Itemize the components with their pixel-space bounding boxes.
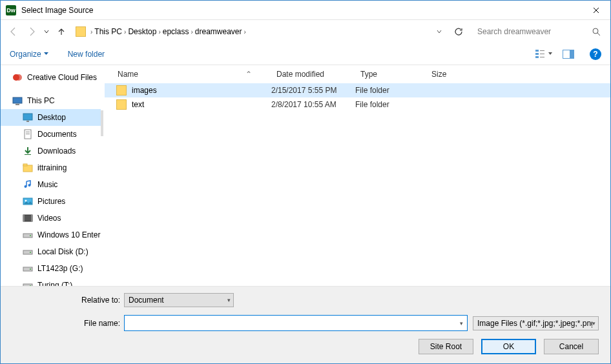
- relative-to-label: Relative to:: [12, 296, 124, 305]
- tree-item-label: LT1423p (G:): [37, 264, 83, 273]
- tree-item-label: Windows 10 Enterprise: [37, 230, 101, 239]
- tree-item-label: Documents: [37, 130, 77, 139]
- folder-icon: [116, 85, 127, 96]
- chevron-down-icon: [44, 29, 49, 34]
- video-icon: [23, 213, 33, 223]
- address-bar[interactable]: › This PC › Desktop › epclass › dreamwea…: [73, 24, 447, 39]
- tree-item[interactable]: Creative Cloud Files: [1, 69, 101, 86]
- tree-item-label: ittraining: [37, 163, 67, 172]
- tree-item-label: Desktop: [37, 113, 66, 122]
- search-icon: [592, 28, 601, 36]
- drive-icon: [23, 263, 33, 274]
- svg-point-31: [30, 252, 31, 253]
- arrow-left-icon: [8, 26, 19, 37]
- column-type[interactable]: Type: [355, 70, 426, 79]
- filename-input[interactable]: [129, 318, 460, 329]
- tree-item[interactable]: Music: [1, 176, 101, 193]
- column-name[interactable]: Name ⌃: [105, 70, 271, 79]
- chevron-down-icon: [44, 52, 48, 56]
- tree-item[interactable]: ittraining: [1, 159, 101, 176]
- file-list: Name ⌃ Date modified Type Size images2/1…: [105, 65, 610, 286]
- site-root-button[interactable]: Site Root: [419, 339, 473, 354]
- app-icon: Dw: [6, 5, 16, 15]
- down-icon: [23, 146, 33, 156]
- svg-point-10: [16, 74, 22, 81]
- breadcrumb-segment[interactable]: epclass: [163, 27, 189, 36]
- refresh-button[interactable]: [451, 24, 466, 39]
- chevron-down-icon[interactable]: ▾: [460, 320, 463, 327]
- tree-item-label: Music: [37, 180, 57, 189]
- tree-item-label: Videos: [37, 214, 61, 223]
- help-button[interactable]: ?: [590, 48, 601, 60]
- back-button[interactable]: [6, 24, 21, 39]
- forward-button[interactable]: [24, 24, 39, 39]
- drive-icon: [23, 230, 33, 240]
- drive-icon: [23, 280, 33, 286]
- preview-pane-button[interactable]: [563, 50, 574, 59]
- splitter[interactable]: [101, 65, 105, 286]
- relative-to-combo[interactable]: Document ▾: [124, 293, 234, 307]
- breadcrumb-segment[interactable]: Desktop: [128, 27, 156, 36]
- tree-item[interactable]: Pictures: [1, 193, 101, 210]
- tree-item[interactable]: Desktop: [1, 109, 101, 126]
- column-date[interactable]: Date modified: [271, 70, 355, 79]
- file-type: File folder: [355, 86, 426, 95]
- navbar: › This PC › Desktop › epclass › dreamwea…: [1, 20, 610, 43]
- search-placeholder: Search dreamweaver: [477, 27, 592, 36]
- organize-button[interactable]: Organize: [10, 50, 48, 59]
- svg-rect-12: [16, 104, 19, 105]
- chevron-down-icon: [437, 29, 442, 34]
- column-size[interactable]: Size: [426, 70, 465, 79]
- tree-item[interactable]: This PC: [1, 92, 101, 109]
- file-row[interactable]: images2/15/2017 5:55 PMFile folder: [105, 83, 610, 97]
- up-button[interactable]: [54, 24, 69, 39]
- pics-icon: [23, 196, 33, 207]
- breadcrumb-segment[interactable]: This PC: [94, 27, 122, 36]
- breadcrumb-segment[interactable]: dreamweaver: [195, 27, 242, 36]
- search-box[interactable]: Search dreamweaver: [473, 24, 605, 39]
- tree-item-label: Pictures: [37, 197, 65, 206]
- arrow-right-icon: [26, 26, 37, 37]
- close-button[interactable]: [581, 1, 610, 20]
- tree-item[interactable]: Documents: [1, 126, 101, 143]
- svg-rect-25: [23, 215, 32, 221]
- address-dropdown[interactable]: [434, 29, 444, 34]
- cc-icon: [12, 72, 23, 83]
- column-headers: Name ⌃ Date modified Type Size: [105, 65, 610, 83]
- tree-item[interactable]: LT1423p (G:): [1, 260, 101, 277]
- svg-rect-5: [540, 54, 544, 54]
- filename-field[interactable]: ▾: [124, 315, 468, 331]
- svg-rect-3: [535, 56, 539, 58]
- preview-pane-icon: [563, 50, 574, 59]
- svg-rect-13: [23, 114, 32, 120]
- arrow-up-icon: [56, 26, 67, 37]
- cancel-button[interactable]: Cancel: [544, 339, 599, 354]
- svg-point-21: [25, 185, 27, 188]
- svg-rect-11: [13, 97, 22, 103]
- tree-item[interactable]: Videos: [1, 210, 101, 227]
- tree-item-label: Creative Cloud Files: [27, 73, 97, 82]
- svg-rect-16: [26, 132, 30, 132]
- navigation-tree[interactable]: Creative Cloud FilesThis PCDesktopDocume…: [1, 65, 101, 286]
- filetype-combo[interactable]: Image Files (*.gif;*.jpg;*.jpeg;*.png;*.…: [473, 316, 599, 330]
- svg-rect-17: [26, 134, 30, 134]
- view-mode-button[interactable]: [535, 49, 554, 59]
- svg-rect-6: [540, 57, 544, 57]
- tree-item-label: Local Disk (D:): [37, 247, 88, 256]
- tree-item[interactable]: Windows 10 Enterprise: [1, 227, 101, 243]
- svg-point-29: [30, 235, 31, 236]
- folder-icon: [116, 99, 127, 110]
- tree-item-label: Turing (T:): [37, 281, 72, 286]
- file-name: images: [132, 86, 271, 95]
- close-icon: [593, 7, 599, 14]
- tree-item[interactable]: Downloads: [1, 143, 101, 159]
- tree-item[interactable]: Turing (T:): [1, 277, 101, 286]
- tree-item-label: Downloads: [37, 147, 76, 156]
- tree-item[interactable]: Local Disk (D:): [1, 243, 101, 260]
- ok-button[interactable]: OK: [481, 339, 536, 354]
- history-dropdown[interactable]: [42, 29, 51, 34]
- sort-indicator-icon: ⌃: [245, 70, 252, 79]
- svg-rect-1: [535, 50, 539, 52]
- file-row[interactable]: text2/8/2017 10:55 AMFile folder: [105, 97, 610, 112]
- new-folder-button[interactable]: New folder: [68, 50, 105, 59]
